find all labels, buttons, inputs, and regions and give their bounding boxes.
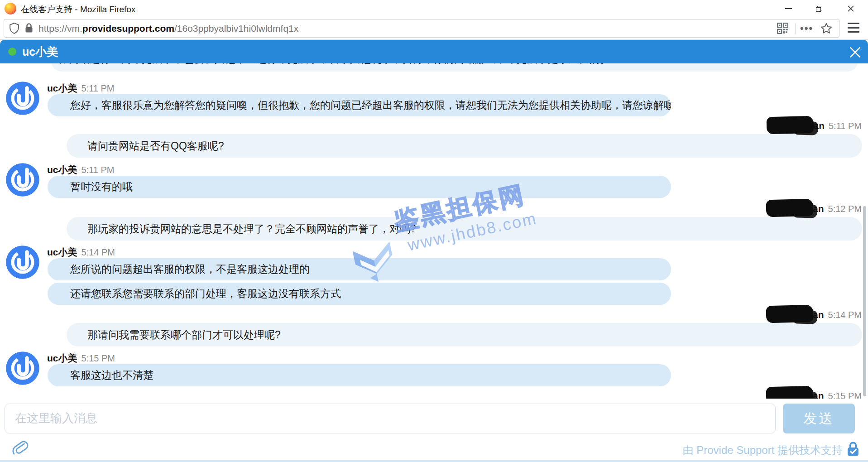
message-bubble: 还请您联系您需要联系的部门处理，客服这边没有联系方式 — [48, 283, 671, 305]
redaction-scribble — [793, 204, 818, 218]
url-domain: providesupport.com — [82, 23, 174, 34]
chat-agent-name: uc小美 — [22, 44, 58, 59]
close-window-button[interactable] — [840, 0, 861, 17]
agent-avatar — [5, 245, 40, 279]
page-actions-icon[interactable]: ••• — [800, 19, 813, 37]
secure-lock-icon — [846, 441, 860, 457]
chat-header: uc小美 — [0, 40, 868, 63]
message-agent: uc小美 5:11 PM 您好，客服很乐意为您解答您的疑问噢，但很抱歉，您的问题… — [0, 82, 868, 116]
message-visitor: dinghaigan 5:11 PM 请问贵网站是否有QQ客服呢? — [0, 119, 868, 158]
close-icon — [849, 46, 861, 58]
restore-button[interactable] — [809, 0, 830, 17]
message-time: 5:11 PM — [829, 121, 862, 131]
message-agent: uc小美 5:14 PM 您所说的问题超出客服的权限，不是客服这边处理的 还请您… — [0, 246, 868, 305]
message-time: 5:11 PM — [82, 165, 115, 175]
message-bubble: 那请问我需要联系哪个部门才可以处理呢? — [67, 323, 862, 346]
sender-name: uc小美 — [47, 164, 77, 176]
message-time: 5:15 PM — [82, 353, 115, 364]
message-time: 5:11 PM — [82, 83, 115, 94]
window-title: 在线客户支持 - Mozilla Firefox — [21, 4, 135, 15]
sender-name: uc小美 — [47, 82, 77, 95]
message-bubble: 那玩家的投诉贵网站的意思是不处理了？完全不顾网站的声誉了，对吗? — [67, 217, 862, 241]
minimize-icon — [785, 8, 792, 9]
url-display: https://vm.providesupport.com/16o3ppbyal… — [38, 19, 298, 37]
message-visitor-partial: dinghaigan 5:15 PM — [0, 389, 868, 399]
agent-avatar — [5, 163, 40, 197]
message-agent: uc小美 5:11 PM 暂时没有的哦 — [0, 164, 868, 198]
minimize-button[interactable] — [778, 0, 799, 17]
url-bar[interactable]: https://vm.providesupport.com/16o3ppbyal… — [4, 19, 839, 38]
message-input[interactable] — [5, 404, 776, 433]
firefox-icon — [5, 3, 16, 14]
scrollbar[interactable] — [863, 206, 866, 396]
browser-toolbar: https://vm.providesupport.com/16o3ppbyal… — [0, 17, 868, 40]
powered-by-link[interactable]: 由 Provide Support 提供技术支持 — [683, 443, 843, 457]
restore-icon — [816, 6, 823, 12]
message-time: 5:14 PM — [82, 247, 115, 258]
paperclip-icon — [10, 438, 30, 457]
message-bubble: 保网站进行全网曝光展示，也会在其他渠道进行曝光展示，警示其他玩家不要再来你们网站… — [51, 63, 858, 72]
agent-avatar — [5, 81, 40, 116]
sender-name: uc小美 — [47, 352, 77, 365]
chat-message-area: 保网站进行全网曝光展示，也会在其他渠道进行曝光展示，警示其他玩家不要再来你们网站… — [0, 63, 868, 399]
close-icon — [847, 5, 854, 12]
bookmark-star-icon[interactable] — [820, 19, 833, 37]
message-visitor: dinghaigan 5:14 PM 那请问我需要联系哪个部门才可以处理呢? — [0, 308, 868, 346]
send-button[interactable]: 发送 — [783, 404, 855, 433]
window-titlebar: 在线客户支持 - Mozilla Firefox — [0, 0, 868, 17]
redaction-scribble — [793, 310, 818, 324]
chat-close-button[interactable] — [848, 45, 862, 59]
widget-bottom-edge — [0, 460, 868, 462]
message-visitor: dinghaigan 5:12 PM 那玩家的投诉贵网站的意思是不处理了？完全不… — [0, 202, 868, 241]
message-bubble: 请问贵网站是否有QQ客服呢? — [67, 134, 862, 158]
https-lock-icon[interactable] — [24, 19, 34, 37]
message-time: 5:12 PM — [828, 204, 862, 214]
message-time: 5:14 PM — [828, 310, 862, 320]
sender-name: uc小美 — [47, 246, 77, 259]
message-visitor-partial: 保网站进行全网曝光展示，也会在其他渠道进行曝光展示，警示其他玩家不要再来你们网站… — [0, 63, 868, 72]
redaction-scribble — [794, 121, 818, 135]
composer: 发送 由 Provide Support 提供技术支持 — [0, 399, 868, 462]
message-bubble: 客服这边也不清楚 — [48, 364, 671, 386]
message-bubble: 暂时没有的哦 — [48, 176, 671, 198]
toolbar-separator — [795, 23, 796, 34]
url-scheme: https://vm. — [38, 23, 82, 34]
qr-code-icon[interactable] — [777, 19, 789, 37]
browser-window: 在线客户支持 - Mozilla Firefox https://vm.prov… — [0, 0, 868, 462]
online-status-dot — [8, 48, 16, 56]
message-time: 5:15 PM — [828, 391, 862, 399]
agent-avatar — [5, 351, 40, 385]
menu-hamburger-icon[interactable] — [848, 23, 859, 33]
message-bubble: 您好，客服很乐意为您解答您的疑问噢，但很抱歉，您的问题已经超出客服的权限，请恕我… — [48, 94, 671, 116]
message-bubble: 您所说的问题超出客服的权限，不是客服这边处理的 — [48, 258, 671, 280]
message-agent: uc小美 5:15 PM 客服这边也不清楚 — [0, 352, 868, 386]
url-path: /16o3ppbyalbiv1hi0lwldmfq1x — [174, 23, 298, 34]
redaction-scribble — [793, 391, 818, 399]
tracking-protection-shield-icon[interactable] — [9, 19, 20, 37]
attach-file-button[interactable] — [10, 438, 30, 457]
